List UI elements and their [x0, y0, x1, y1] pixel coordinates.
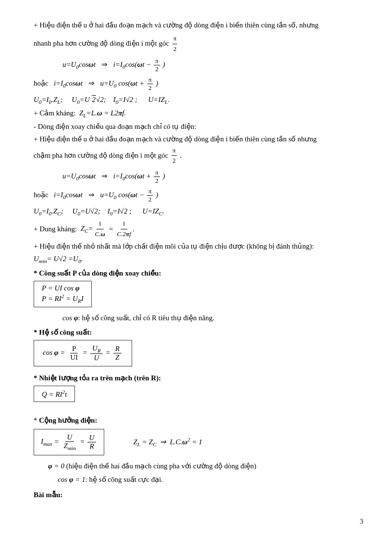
u-min-line: Umin= U√2 =U0. [34, 253, 363, 265]
formula-line-1: u=U0cosωt ⇒ i=I0cos(ωt − π 2 ) [62, 57, 363, 73]
cam-khang: + Cảm kháng: ZL=L.ω = L2πf. [34, 107, 363, 120]
nhiet-luong-header: * Nhiệt lượng tỏa ra trên mạch (trên R): [34, 372, 363, 384]
intro-line1: + Hiệu điện thế u ở hai đầu đoạn mạch và… [34, 19, 363, 31]
fraction-2-c2pif: 1 C.2πf [116, 219, 132, 239]
dong-dien-xoay: - Dòng điện xoay chiều qua đoạn mạch chỉ… [34, 121, 363, 132]
fraction-u-zmin: U Zmin [61, 433, 77, 451]
u0-zl-line: U0=I0.ZL; U0=U 2√2; I0=I√2 ; U=IZL. [34, 94, 363, 106]
pi-fraction-2: π 2 [154, 57, 160, 73]
box-p1: P = UI cos φ [42, 284, 84, 292]
cong-huong-header: * Cộng hưởng điện: [34, 414, 363, 426]
intro-line2: nhanh pha hơn cường độ dòng điện i một g… [34, 34, 363, 54]
he-so-cong-suat-header: * Hệ số công suất: [34, 327, 363, 338]
hoac-line-1: hoặc i=I0cosωt ⇒ u=U0 cos(ωt + π 2 ) [34, 76, 363, 92]
cong-suat-header: * Công suất P của dòng điện xoay chiều: [34, 267, 363, 279]
imax-box: Imax = U Zmin = U R [34, 429, 104, 455]
dung-khang: + Dung kháng: ZC= 1 C.ω = 1 C.2πf . [34, 219, 363, 239]
page-number: 3 [360, 518, 363, 526]
cos-phi-one: cos φ = 1: hệ số công suất cực đại. [58, 474, 363, 485]
hieu-dien-the-min: + Hiệu điện thế nhỏ nhất mà lớp chất điệ… [34, 240, 363, 252]
cos-phi-box: cos φ = P UI = UR U = R Z [34, 340, 132, 366]
bai-mau: Bài mẫu: [34, 489, 363, 501]
page: + Hiệu điện thế u ở hai đầu đoạn mạch và… [34, 19, 363, 501]
pi-fraction-4: π 2 [172, 146, 177, 166]
fraction-ur-u: UR U [90, 344, 103, 362]
cham-pha-line: chậm pha hơn cường độ dòng điện i một gó… [34, 146, 363, 166]
box-p2: P = RI2 = URI [42, 293, 84, 304]
pi-fraction-3: π 2 [147, 76, 153, 92]
pi-fraction-5: π 2 [154, 169, 160, 185]
power-formula-box: P = UI cos φ P = RI2 = URI [34, 281, 92, 307]
nhiet-luong-box: Q = RI2t [34, 386, 75, 402]
fraction-p-ui: P UI [68, 345, 80, 362]
formula-line-2: u=U0cosωt ⇒ i=I0cos(ωt + π 2 ) [62, 169, 363, 185]
pi-fraction-6: π 2 [147, 188, 153, 203]
hoac-line-2: hoặc i=I0cosωt ⇒ u=U0 cos(ωt − π 2 ) [34, 188, 363, 203]
resonance-condition: ZL = ZC ⇒ L.C.ω2 = 1 [133, 437, 202, 447]
cong-huong-row: Imax = U Zmin = U R ZL = ZC ⇒ L.C.ω2 = 1 [34, 429, 363, 455]
u0-zc-line: U0=I0.ZC; U0=U√2; I0=I√2 ; U=IZC. [34, 205, 363, 218]
fraction-u-r: U R [87, 434, 97, 451]
pi-fraction-1: π 2 [172, 34, 178, 54]
cos-phi-desc: cos φ: hệ số công suất, chỉ có R tiêu th… [62, 312, 363, 324]
fraction-r-z: R Z [113, 345, 122, 362]
fraction-1-cw: 1 C.ω [94, 219, 106, 239]
phi-zero-line: φ = 0 (hiệu điện thế hai đầu mạch cùng p… [48, 460, 363, 472]
line-tu-dien: + Hiệu điện thế u ở hai đầu đoạn mạch và… [34, 133, 363, 145]
